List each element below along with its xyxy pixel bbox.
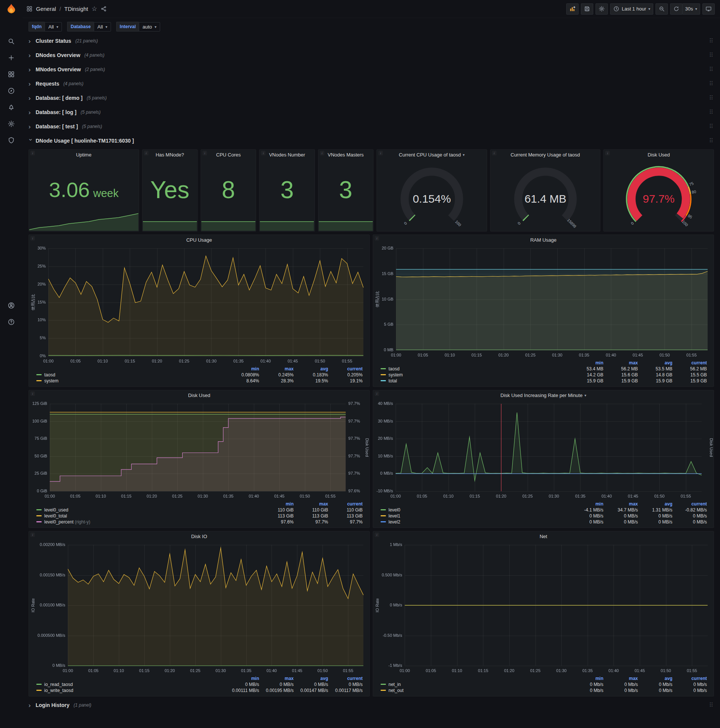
legend-series[interactable]: io_read_taosd0 MB/s0 MB/s0 MB/s0 MB/s: [37, 682, 364, 687]
legend-series[interactable]: taosd53.4 MB56.2 MB53.5 MB56.2 MB: [381, 366, 708, 372]
panel-info-icon[interactable]: i: [203, 151, 207, 155]
drag-handle-icon[interactable]: ⠿: [709, 109, 713, 116]
panel-title[interactable]: Current Memory Usage of taosd: [491, 150, 600, 159]
chart-canvas[interactable]: [373, 541, 714, 676]
add-panel-button[interactable]: [566, 3, 579, 15]
drag-handle-icon[interactable]: ⠿: [709, 123, 713, 130]
legend-column-header[interactable]: max: [605, 501, 639, 507]
variable-database[interactable]: Database All▾: [67, 22, 111, 32]
legend-series[interactable]: net_out0 Mb/s0 Mb/s0 Mb/s0 Mb/s: [381, 687, 708, 693]
refresh-interval-picker[interactable]: 30s ▾: [682, 3, 700, 15]
user-avatar[interactable]: [3, 298, 20, 313]
panel-title[interactable]: VNodes Masters: [318, 150, 373, 159]
legend-column-header[interactable]: min: [261, 501, 295, 507]
variable-fqdn[interactable]: fqdn All▾: [29, 22, 62, 32]
row-cluster-status[interactable]: › Cluster Status (21 panels) ⠿: [29, 35, 714, 46]
legend-series[interactable]: level0_used110 GiB110 GiB110 GiB: [37, 507, 364, 513]
legend-column-header[interactable]: min: [571, 360, 605, 366]
panel-title[interactable]: Disk Used: [29, 390, 369, 400]
panel-info-icon[interactable]: i: [492, 151, 496, 155]
breadcrumb-page-title[interactable]: TDinsight: [64, 6, 88, 12]
configuration-gear-icon[interactable]: [3, 117, 20, 131]
legend-column-header[interactable]: current: [329, 366, 364, 372]
legend-column-header[interactable]: min: [571, 501, 605, 507]
variable-value-dropdown[interactable]: All▾: [45, 22, 62, 32]
legend-column-header[interactable]: avg: [295, 676, 329, 682]
panel-title[interactable]: Net: [373, 531, 714, 541]
chart-canvas[interactable]: [29, 400, 369, 501]
panel-title[interactable]: Disk Used Increasing Rate per Minute▾: [373, 390, 714, 400]
panel-title[interactable]: Disk IO: [29, 531, 369, 541]
panel-info-icon[interactable]: i: [375, 236, 379, 240]
row-login-history[interactable]: › Login History (1 panel) ⠿: [29, 699, 714, 711]
series-name[interactable]: net_in: [389, 682, 401, 687]
series-name[interactable]: level0_total: [44, 513, 67, 518]
admin-shield-icon[interactable]: [3, 133, 20, 147]
panel-title[interactable]: CPU Usage: [29, 235, 369, 245]
panel-info-icon[interactable]: i: [320, 151, 324, 155]
legend-column-header[interactable]: current: [329, 501, 364, 507]
zoom-out-button[interactable]: [656, 3, 668, 15]
legend-series[interactable]: total15.9 GB15.9 GB15.9 GB15.9 GB: [381, 378, 708, 384]
panel-info-icon[interactable]: i: [261, 151, 265, 155]
panel-info-icon[interactable]: i: [378, 151, 383, 155]
save-dashboard-button[interactable]: [581, 3, 593, 15]
search-icon[interactable]: [3, 34, 20, 48]
legend-series[interactable]: level20 MB/s0 MB/s0 MB/s0 MB/s: [381, 519, 708, 525]
favorite-star-icon[interactable]: ☆: [92, 5, 97, 13]
panel-info-icon[interactable]: i: [31, 532, 35, 537]
panel-info-icon[interactable]: i: [31, 236, 35, 240]
drag-handle-icon[interactable]: ⠿: [709, 702, 713, 708]
dashboard-settings-button[interactable]: [595, 3, 608, 15]
panel-title[interactable]: Uptime: [29, 150, 139, 159]
series-name[interactable]: net_out: [389, 688, 404, 693]
chart-canvas[interactable]: [29, 245, 369, 366]
variable-value-dropdown[interactable]: All▾: [94, 22, 111, 32]
chart-canvas[interactable]: [373, 400, 714, 501]
chart-canvas[interactable]: [29, 541, 369, 676]
series-name[interactable]: total: [389, 378, 397, 384]
series-name[interactable]: level0_used: [44, 507, 68, 512]
panel-info-icon[interactable]: i: [144, 151, 148, 155]
row-database-demo[interactable]: › Database: [ demo ] (5 panels) ⠿: [29, 92, 714, 104]
panel-title[interactable]: Current CPU Usage of taosd▾: [377, 150, 487, 159]
legend-column-header[interactable]: current: [674, 360, 708, 366]
panel-info-icon[interactable]: i: [31, 151, 35, 155]
create-plus-icon[interactable]: [3, 50, 20, 65]
series-name[interactable]: level0: [389, 507, 400, 512]
legend-column-header[interactable]: current: [329, 676, 364, 682]
series-name[interactable]: level1: [389, 513, 400, 518]
chart-canvas[interactable]: [373, 245, 714, 360]
drag-handle-icon[interactable]: ⠿: [709, 80, 713, 87]
panel-info-icon[interactable]: i: [605, 151, 610, 155]
legend-column-header[interactable]: avg: [639, 501, 674, 507]
legend-series[interactable]: system14.2 GB15.6 GB14.8 GB15.5 GB: [381, 372, 708, 378]
legend-column-header[interactable]: avg: [639, 676, 674, 682]
panel-info-icon[interactable]: i: [375, 392, 379, 396]
legend-column-header[interactable]: min: [571, 676, 605, 682]
legend-series[interactable]: level10 MB/s0 MB/s0 MB/s0 MB/s: [381, 513, 708, 519]
panel-info-icon[interactable]: i: [375, 532, 379, 537]
legend-column-header[interactable]: current: [674, 676, 708, 682]
legend-column-header[interactable]: max: [261, 676, 295, 682]
row-dnodes-overview[interactable]: › DNodes Overview (4 panels) ⠿: [29, 49, 714, 61]
alerting-bell-icon[interactable]: [3, 100, 20, 115]
series-name[interactable]: io_write_taosd: [44, 688, 73, 693]
help-icon[interactable]: [3, 315, 20, 329]
legend-series[interactable]: level0_total113 GiB113 GiB113 GiB: [37, 513, 364, 519]
variable-interval[interactable]: Interval auto▾: [116, 22, 160, 32]
series-name[interactable]: taosd: [44, 372, 55, 378]
drag-handle-icon[interactable]: ⠿: [709, 137, 713, 144]
drag-handle-icon[interactable]: ⠿: [709, 52, 713, 58]
legend-series[interactable]: level0-4.1 MB/s34.7 MB/s1.31 MB/s-0.82 M…: [381, 507, 708, 513]
series-name[interactable]: taosd: [389, 366, 400, 372]
legend-column-header[interactable]: current: [674, 501, 708, 507]
legend-column-header[interactable]: avg: [639, 360, 674, 366]
panel-title[interactable]: CPU Cores: [201, 150, 256, 159]
time-range-picker[interactable]: Last 1 hour ▾: [610, 3, 653, 15]
legend-column-header[interactable]: max: [261, 366, 295, 372]
legend-column-header[interactable]: max: [605, 360, 639, 366]
row-database-log[interactable]: › Database: [ log ] (5 panels) ⠿: [29, 107, 714, 118]
legend-series[interactable]: net_in0 Mb/s0 Mb/s0 Mb/s0 Mb/s: [381, 682, 708, 687]
explore-compass-icon[interactable]: [3, 84, 20, 98]
